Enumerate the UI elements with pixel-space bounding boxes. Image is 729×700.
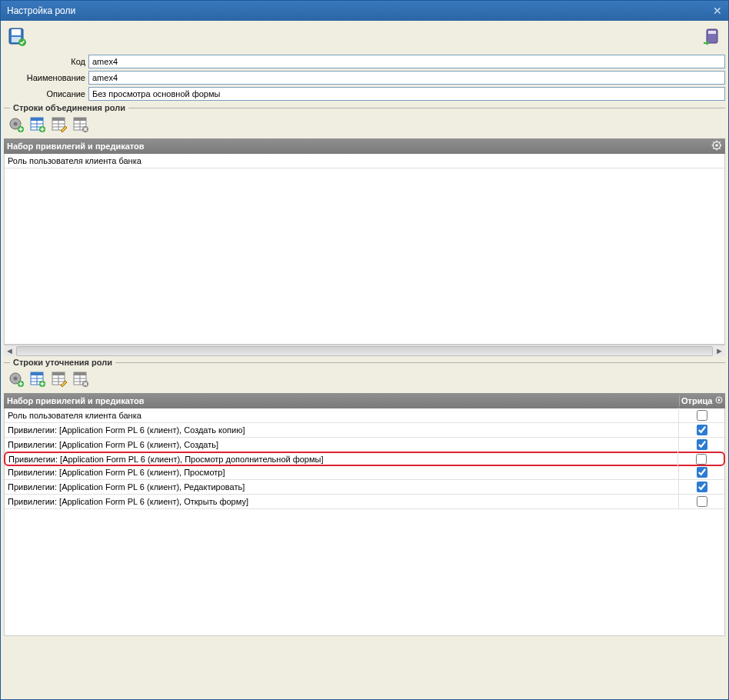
- row-text: Привилегии: [Application Form PL 6 (клие…: [5, 425, 678, 435]
- window-title: Настройка роли: [7, 5, 75, 16]
- svg-rect-10: [31, 118, 43, 121]
- field-name-row: Наименование: [4, 71, 725, 85]
- neg-checkbox[interactable]: [696, 454, 707, 465]
- field-code-row: Код: [4, 55, 725, 68]
- grid-row[interactable]: Привилегии: [Application Form PL 6 (клие…: [5, 465, 724, 480]
- svg-rect-46: [52, 372, 65, 375]
- union-header: Набор привилегий и предикатов: [4, 138, 725, 154]
- neg-column-label: Отрица: [681, 396, 712, 405]
- name-label: Наименование: [4, 73, 88, 82]
- row-text: Привилегии: [Application Form PL 6 (клие…: [5, 440, 678, 449]
- refine-header-label: Набор привилегий и предикатов: [4, 396, 679, 405]
- svg-rect-51: [74, 372, 86, 375]
- row-text: Привилегии: [Application Form PL 6 (клие…: [5, 455, 677, 464]
- neg-checkbox[interactable]: [697, 467, 707, 478]
- name-input[interactable]: [88, 71, 725, 85]
- neg-checkbox[interactable]: [697, 410, 707, 421]
- code-input[interactable]: [88, 55, 725, 68]
- svg-line-33: [719, 148, 721, 149]
- union-header-label: Набор привилегий и предикатов: [7, 142, 145, 151]
- svg-point-7: [14, 122, 18, 126]
- svg-rect-21: [74, 118, 86, 121]
- grid-delete-icon[interactable]: [72, 370, 90, 388]
- union-label: Строки объединения роли: [10, 103, 128, 112]
- refine-grid-header: Набор привилегий и предикатов Отрица: [4, 393, 725, 408]
- svg-rect-16: [52, 118, 65, 121]
- horizontal-scrollbar[interactable]: ◄ ►: [4, 345, 725, 356]
- refine-label: Строки уточнения роли: [10, 358, 115, 367]
- row-text: Привилегии: [Application Form PL 6 (клие…: [5, 497, 678, 506]
- union-fieldset: Строки объединения роли: [4, 103, 725, 112]
- export-icon[interactable]: [701, 26, 722, 48]
- app-window: Настройка роли ✕ Код Наимен: [0, 0, 729, 700]
- desc-label: Описание: [4, 89, 88, 98]
- neg-checkbox[interactable]: [697, 496, 707, 507]
- gear-icon[interactable]: [711, 140, 722, 152]
- refine-fieldset: Строки уточнения роли: [4, 358, 725, 367]
- main-toolbar: [1, 21, 728, 53]
- gear-add-icon[interactable]: [7, 370, 25, 388]
- grid-add-icon[interactable]: [28, 370, 47, 388]
- grid-row[interactable]: Привилегии: [Application Form PL 6 (клие…: [5, 480, 724, 495]
- svg-line-32: [713, 142, 714, 143]
- refine-grid: Роль пользователя клиента банка Привилег…: [4, 408, 725, 636]
- svg-point-57: [718, 399, 721, 402]
- grid-row[interactable]: Привилегии: [Application Form PL 6 (клие…: [5, 423, 724, 438]
- refine-toolbar: [4, 368, 725, 393]
- grid-row[interactable]: Привилегии: [Application Form PL 6 (клие…: [5, 438, 724, 452]
- grid-delete-icon[interactable]: [72, 115, 90, 134]
- svg-point-37: [14, 377, 18, 381]
- gear-add-icon[interactable]: [7, 115, 25, 134]
- scroll-track[interactable]: [16, 346, 713, 356]
- scroll-right-icon[interactable]: ►: [714, 345, 725, 357]
- neg-checkbox[interactable]: [697, 439, 707, 450]
- neg-checkbox[interactable]: [697, 482, 707, 492]
- row-text: Роль пользователя клиента банка: [5, 411, 678, 420]
- svg-point-27: [715, 144, 718, 147]
- gear-icon[interactable]: [714, 395, 724, 406]
- scroll-left-icon[interactable]: ◄: [4, 345, 15, 357]
- grid-add-icon[interactable]: [28, 115, 47, 134]
- grid-row-highlighted[interactable]: Привилегии: [Application Form PL 6 (клие…: [4, 452, 725, 466]
- svg-rect-5: [708, 31, 716, 34]
- svg-rect-40: [31, 372, 43, 375]
- svg-rect-1: [12, 29, 21, 35]
- svg-line-34: [713, 148, 714, 149]
- grid-edit-icon[interactable]: [50, 115, 68, 134]
- grid-edit-icon[interactable]: [50, 370, 68, 388]
- grid-row[interactable]: Привилегии: [Application Form PL 6 (клие…: [5, 495, 724, 509]
- grid-row[interactable]: Роль пользователя клиента банка: [5, 408, 724, 423]
- close-icon[interactable]: ✕: [713, 5, 722, 17]
- save-icon[interactable]: [7, 26, 28, 48]
- row-text: Привилегии: [Application Form PL 6 (клие…: [5, 482, 678, 492]
- row-text: Привилегии: [Application Form PL 6 (клие…: [5, 468, 678, 477]
- field-desc-row: Описание: [4, 87, 725, 101]
- code-label: Код: [4, 57, 88, 66]
- union-body: Роль пользователя клиента банка: [4, 154, 725, 345]
- union-row[interactable]: Роль пользователя клиента банка: [5, 154, 724, 168]
- form-area: Код Наименование Описание Строки объедин…: [1, 53, 728, 639]
- union-toolbar: [4, 114, 725, 138]
- svg-line-35: [719, 142, 721, 143]
- title-bar: Настройка роли ✕: [1, 1, 728, 21]
- desc-input[interactable]: [88, 87, 725, 101]
- neg-checkbox[interactable]: [697, 425, 707, 435]
